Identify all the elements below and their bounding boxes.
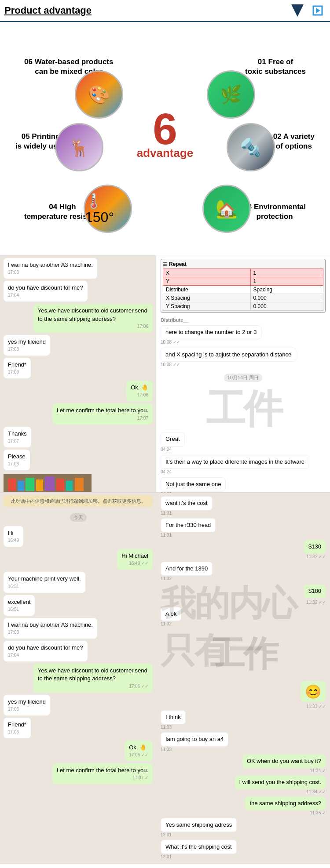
center-badge: 6 advantage [137, 107, 194, 160]
security-note: 此对话中的信息和通话已进行端到端加密。点击获取更多信息。 [4, 495, 153, 507]
msg-right-1: Yes,we have discount to old customer,sen… [33, 304, 153, 332]
msg-row-great: Great 04:24 [161, 432, 326, 451]
chat-left-1: I wanna buy another A3 machine. 17:03 do… [0, 255, 156, 492]
msg-right-3: Let me confirm the total here to you. 17… [52, 403, 153, 424]
table-row-yspacing: Y Spacing 0.000 [163, 302, 323, 311]
msg-left-5: Thanks 17:07 [4, 427, 31, 447]
r2-msg-9: the same shipping address? 11:35 ✓ [161, 797, 326, 815]
emoji-bubble: 😊 [301, 681, 326, 702]
msg-left-6: Please 17:08 [4, 450, 30, 470]
svg-rect-19 [56, 479, 64, 491]
msg-left-1: I wanna buy another A3 machine. 17:03 [4, 258, 97, 279]
r2-msg-11: What it's the shipping cost 12:01 [161, 840, 326, 859]
chinese-watermark-1: 工件 [161, 389, 326, 429]
chinese-watermark-area-2: $180 我的内心只有一 [161, 585, 326, 598]
adv-circle-04: 🌡️ 150° [84, 185, 132, 233]
emoji-bubble-row: 😊 [161, 681, 326, 702]
repeat-table: X 1 Y 1 Distribute Spacing X Spacing 0.0… [163, 269, 323, 311]
advantage-section: 06 Water-based productscan be mixed colo… [0, 22, 330, 255]
chat-section-1: I wanna buy another A3 machine. 17:03 do… [0, 255, 330, 492]
center-number: 6 [137, 107, 194, 151]
table-row-distribute: Distribute Spacing [163, 286, 323, 294]
msg-left-2: do you have discount for me? 17:04 [4, 281, 88, 301]
adv-label-03: 03 Environmentalprotection [243, 202, 306, 222]
chat2-msg-3: excellent16:51 [4, 595, 35, 616]
chat-right-1: ☰ Repeat X 1 Y 1 Distribute Spacing X Sp… [156, 255, 330, 492]
svg-line-7 [141, 171, 165, 207]
chinese-watermark-2: 我的内心只有一 [161, 580, 299, 675]
adv-circle-03: 🏡 [202, 185, 251, 233]
msg-row-1: here to change the number to 2 or 3 10:0… [161, 325, 326, 345]
chat-left-2: 此对话中的信息和通话已进行端到端加密。点击获取更多信息。 今天 Hi16:49 … [0, 493, 156, 864]
chat2-msg-2: Your machine print very well.16:51 [4, 572, 85, 592]
arrow-left-icon [290, 3, 305, 18]
hexagon-layout: 06 Water-based productscan be mixed colo… [11, 31, 319, 242]
chat2-msg-0: Hi16:49 [4, 526, 23, 547]
chat2-msg-10: Let me confirm the total here to you.17:… [52, 763, 153, 784]
r2-msg-8: I will send you the shipping cost. 11:34… [161, 776, 326, 794]
chat2-msg-6: Yes,we have discount to old customer,sen… [33, 664, 153, 692]
left-chat-inner-2: 此对话中的信息和通话已进行端到端加密。点击获取更多信息。 今天 Hi16:49 … [0, 493, 156, 864]
msg-row-2: and X spacing is to adjust the separatio… [161, 348, 326, 367]
msg-left-3: yes my fileiend 17:08 [4, 335, 50, 356]
date-divider: 10月14日 周日 [161, 372, 326, 384]
adv-circle-05: 🦌 [55, 123, 103, 171]
adv-circle-02: 🔩 [227, 123, 275, 171]
msg-left-4: Friend* 17:09 [4, 358, 31, 378]
left-chat-inner-1: I wanna buy another A3 machine. 17:03 do… [0, 255, 156, 492]
chat2-msg-7: yes my fileiend17:06 [4, 695, 50, 715]
page-header: Product advantage [0, 0, 330, 22]
table-row-xspacing: X Spacing 0.000 [163, 294, 323, 302]
adv-circle-06: 🎨 [75, 70, 123, 119]
adv-circle-01: 🌿 [207, 70, 255, 119]
svg-marker-0 [291, 4, 304, 17]
svg-rect-15 [18, 481, 24, 491]
svg-marker-2 [316, 8, 320, 13]
chat2-msg-4: I wanna buy another A3 machine.17:03 [4, 618, 97, 639]
repeat-panel: ☰ Repeat X 1 Y 1 Distribute Spacing X Sp… [161, 259, 326, 313]
chat2-msg-5: do you have discount for me?17:04 [4, 641, 88, 661]
header-icons [290, 3, 326, 18]
svg-rect-20 [66, 481, 73, 491]
svg-rect-18 [45, 476, 55, 491]
svg-rect-16 [26, 478, 34, 491]
chat-right-2: want it's the cost 11:31 For the r330 he… [156, 493, 330, 864]
svg-rect-17 [36, 479, 43, 491]
arrow-right-icon [310, 3, 326, 18]
r2-msg-6: Iam going to buy an a4 11:33 [161, 732, 326, 752]
svg-rect-12 [4, 492, 92, 492]
chat-section-2: 此对话中的信息和通话已进行端到端加密。点击获取更多信息。 今天 Hi16:49 … [0, 492, 330, 864]
table-row-y: Y 1 [163, 277, 323, 286]
adv-label-01: 01 Free oftoxic substances [245, 57, 306, 76]
center-word: advantage [137, 146, 194, 160]
chat2-msg-1: Hi Michael16:49 ✓✓ [117, 549, 153, 570]
page-title: Product advantage [4, 5, 92, 16]
msg-row-3: It's their a way to place diferente imag… [161, 455, 326, 474]
r2-msg-2: $130 11:32 ✓✓ [161, 540, 326, 559]
r2-msg-0: want it's the cost 11:31 [161, 496, 326, 516]
r2-msg-10: Yes same shipping adress 12:01 [161, 818, 326, 837]
r2-msg-3: And for the 1390 11:32 [161, 562, 326, 581]
msg-right-2: Ok, 🤚 17:06 [126, 381, 153, 401]
svg-rect-14 [8, 479, 16, 491]
chinese-overlay-area: 工件 [161, 389, 326, 429]
r2-msg-1: For the r330 head 11:31 [161, 518, 326, 538]
table-row-x: X 1 [163, 269, 323, 277]
r2-msg-5: I think 11:33 [161, 710, 326, 730]
adv-label-02: 02 A varietyof options [273, 132, 315, 151]
chat2-msg-8: Friend*17:06 [4, 718, 31, 738]
svg-rect-21 [75, 478, 84, 491]
chat-photo: 18:30 [4, 474, 92, 490]
distribute-label: Distribute__ [161, 316, 326, 323]
chat2-msg-9: Ok, 🤚17:06 ✓✓ [125, 741, 153, 761]
r2-msg-7: OK.when do you want buy it? 11:34 ✓ [161, 755, 326, 773]
date-divider-2: 今天 [4, 512, 153, 523]
